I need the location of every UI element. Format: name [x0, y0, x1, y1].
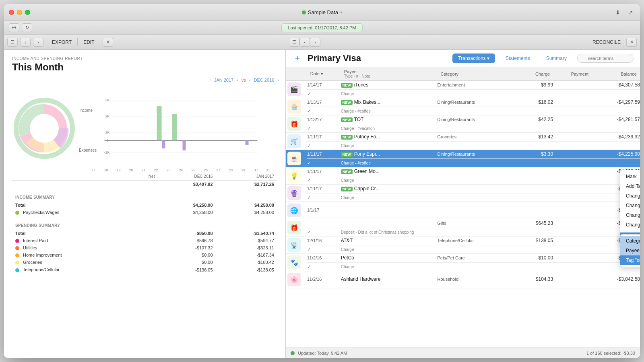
x-label-25: 25	[192, 168, 195, 172]
txn-payee-cell: Ashland Hardware	[341, 271, 438, 287]
status-bar: Updated: Today, 9:42 AM 1 of 160 selecte…	[286, 348, 640, 358]
new-badge: NEW	[341, 152, 353, 157]
txn-category-cell: Household	[437, 271, 514, 287]
table-row[interactable]: 💡 1/11/17 NEWGreen Mo... -$4,222.60	[286, 167, 640, 176]
txn-payment-cell	[553, 150, 592, 159]
prev-period-back-arrow[interactable]: ‹	[249, 78, 251, 82]
fullscreen-button[interactable]	[25, 10, 30, 15]
table-row[interactable]: 🎬 1/14/17 NEWiTunes Entertainment $9.99 …	[286, 81, 640, 90]
close-panel-button[interactable]: ✕	[103, 38, 113, 47]
edit-button[interactable]: EDIT	[80, 38, 97, 46]
ctx-change-category[interactable]: Change Category ▶	[620, 191, 640, 201]
table-row[interactable]: 🔮 1/11/17 NEWCripple Cr... -$4,006.81	[286, 185, 640, 193]
txn-payment-cell	[553, 219, 592, 228]
txn-charge-cell: $138.05	[514, 237, 553, 245]
spending-item-1: Utilities -$107.32 -$323.11	[12, 244, 277, 251]
spending-total-blank	[130, 230, 158, 237]
sidebar-toggle[interactable]: ☰	[7, 38, 18, 47]
report-title: This Month	[12, 62, 277, 73]
x-label-17: 17	[92, 168, 95, 172]
ctx-change-security[interactable]: Change Security ▶	[620, 210, 640, 220]
period-back-arrow[interactable]: ‹	[209, 78, 211, 82]
txn-date-cell: 1/13/17	[307, 115, 341, 124]
txn-icon-cell: 🌐	[286, 202, 307, 219]
pie-chart: Income Expenses	[12, 96, 76, 160]
new-badge: NEW	[341, 83, 353, 88]
txn-type-cell: Charge - #coffee	[341, 158, 640, 167]
close-right-button[interactable]: ✕	[626, 38, 637, 47]
prev-period-forward-arrow[interactable]: ›	[277, 78, 279, 82]
context-menu[interactable]: Mark ▶ Add Tag ▶ Change Category ▶ Cha	[620, 170, 640, 244]
table-row[interactable]: 🌐 1/1/17 -$3,973.91	[286, 202, 640, 218]
status-text: Updated: Today, 9:42 AM	[298, 351, 347, 356]
txn-charge-cell	[514, 185, 553, 193]
th-balance: Balance	[592, 67, 640, 81]
table-row[interactable]: 🌸 11/2/16 Ashland Hardware Household $10…	[286, 271, 640, 287]
download-icon[interactable]: ⬇	[613, 8, 622, 17]
th-date[interactable]: Date ▾	[307, 67, 341, 81]
refresh-button[interactable]: ↻	[22, 23, 32, 32]
table-row[interactable]: 🐾 11/2/16 PetCo Pets/Pet Care $10.00 -$3…	[286, 254, 640, 263]
ctx-change-txn-type[interactable]: Change Transaction Type ▶	[620, 201, 640, 210]
income-item-0: Paychecks/Wages $4,258.00 $4,258.00	[12, 209, 277, 216]
tab-summary[interactable]: Summary	[541, 53, 572, 63]
ctx-change-payee[interactable]: Change Payee...	[620, 220, 640, 230]
table-row-sub: ✓ Charge	[286, 176, 640, 185]
report-submenu-menu[interactable]: Category "Dining/Restaurants" Payee "Pon…	[620, 234, 640, 267]
ctx-mark[interactable]: Mark ▶	[620, 172, 640, 181]
x-label-20: 20	[129, 168, 133, 172]
txn-date-cell: 1/11/17	[307, 167, 341, 176]
table-row[interactable]: 🎁 1/13/17 NEWTOT Dining/Restaurants $42.…	[286, 115, 640, 124]
add-transaction-button[interactable]: +	[292, 53, 303, 64]
back-button[interactable]: ‹	[20, 38, 31, 47]
new-badge: NEW	[341, 117, 353, 122]
table-row[interactable]: 🧁 1/13/17 NEWMix Bakes... Dining/Restaur…	[286, 98, 640, 107]
title-dropdown-icon[interactable]: ▾	[340, 10, 342, 14]
table-row[interactable]: 🎁 Gifts $645.23 -$3,835.86	[286, 219, 640, 228]
th-payee: Payee Type · # · Note	[341, 67, 438, 81]
tab-transactions[interactable]: Transactions ▾	[452, 53, 495, 63]
x-label-26: 26	[204, 168, 208, 172]
txn-payment-cell	[553, 254, 592, 263]
bar-chart: 3K 2K 1K 0 -1K	[85, 88, 277, 169]
tab-statements[interactable]: Statements	[500, 53, 536, 63]
txn-category-cell: Gifts	[437, 219, 514, 228]
right-toolbar: RECONCILE ✕	[586, 38, 640, 47]
txn-icon-cell: 🛒	[286, 133, 307, 150]
txn-balance-cell: -$4,281.57	[592, 115, 640, 124]
table-row[interactable]: 📡 12/1/16 AT&T Telephone/Cellular $138.0…	[286, 237, 640, 245]
income-item-jan: $4,258.00	[216, 209, 277, 216]
right-sidebar-toggle[interactable]: ☰	[289, 38, 299, 47]
search-input[interactable]	[577, 54, 634, 63]
txn-type-cell: Charge	[341, 141, 640, 150]
txn-date-cell: 11/2/16	[307, 271, 341, 287]
share-icon[interactable]: ↗	[626, 8, 635, 17]
add-button[interactable]: +▾	[9, 23, 19, 32]
right-forward-button[interactable]: ›	[310, 38, 320, 47]
txn-charge-cell: $16.02	[514, 98, 553, 107]
close-button[interactable]	[9, 10, 14, 15]
spending-dot-3	[15, 261, 19, 265]
submenu-category[interactable]: Category "Dining/Restaurants"	[620, 236, 640, 246]
period-forward-arrow[interactable]: ›	[237, 78, 238, 82]
txn-payment-cell	[553, 115, 592, 124]
txn-balance-cell: -$4,297.59	[592, 98, 640, 107]
table-row[interactable]: ☕ 1/11/17 NEWPony Espr... Dining/Restaur…	[286, 150, 640, 159]
table-row[interactable]: 🛒 1/11/17 NEWPutney Fo... Groceries $13.…	[286, 133, 640, 142]
txn-check-cell: ✓	[307, 176, 341, 185]
forward-button[interactable]: ›	[33, 38, 43, 47]
submenu-tag[interactable]: Tag "coffee"	[620, 255, 640, 265]
reconcile-button[interactable]: RECONCILE	[589, 38, 624, 46]
txn-icon-cell: 🌸	[286, 271, 307, 288]
x-label-18: 18	[104, 168, 108, 172]
right-back-button[interactable]: ‹	[299, 38, 310, 47]
window-title-area[interactable]: Sample Data ▾	[302, 9, 342, 15]
submenu-payee[interactable]: Payee "Pony Espresso"	[620, 246, 640, 255]
txn-charge-cell: $645.23	[514, 219, 553, 228]
export-button[interactable]: EXPORT	[49, 38, 75, 46]
minimize-button[interactable]	[17, 10, 22, 15]
spending-item-4: Telephone/Cellular -$138.05 -$138.05	[12, 266, 277, 273]
ctx-add-tag[interactable]: Add Tag ▶	[620, 181, 640, 191]
income-total-dec: $4,258.00	[158, 202, 216, 209]
txn-check-cell: ✓	[307, 141, 341, 150]
